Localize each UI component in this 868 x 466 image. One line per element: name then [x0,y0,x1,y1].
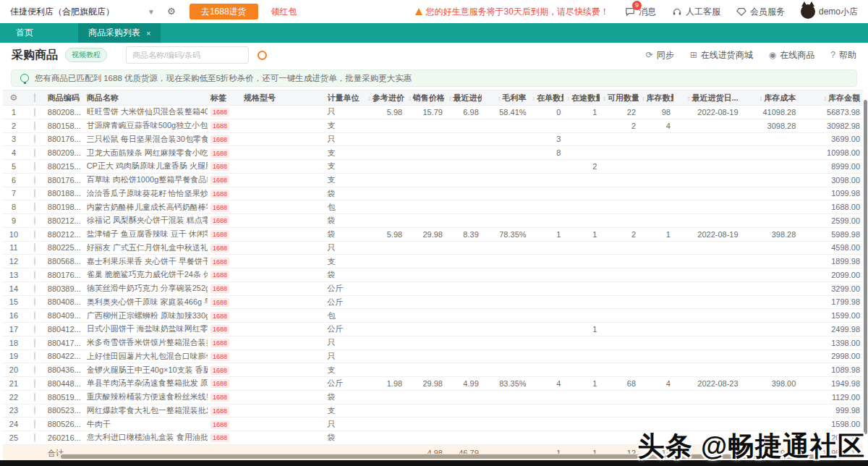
tab-purchase-goods[interactable]: 商品采购列表 × [78,23,161,43]
cell-amt_cost: 3098.28 [741,122,799,130]
select-all-checkbox[interactable] [34,93,35,102]
row-index: 10 [3,230,25,239]
row-checkbox[interactable] [34,420,35,428]
row-checkbox[interactable] [34,297,35,306]
cell-name: 卫龙大面筋辣条 网红麻辣零食小吃食品整箱 批 [84,148,208,158]
row-checkbox-cell [25,230,45,239]
marketplace-1688-badge[interactable]: 1688 [210,271,229,279]
row-checkbox[interactable] [34,311,35,320]
row-checkbox[interactable] [34,135,35,143]
marketplace-1688-badge[interactable]: 1688 [210,162,229,171]
marketplace-1688-badge[interactable]: 1688 [210,190,229,198]
red-packet-link[interactable]: 领红包 [271,6,297,18]
marketplace-1688-badge[interactable]: 1688 [210,352,229,361]
message-count-badge: 9 [632,1,642,10]
row-checkbox[interactable] [34,148,35,157]
row-checkbox[interactable] [34,189,35,198]
row-checkbox[interactable] [34,284,35,293]
column-header-amt_cost[interactable]: ↕库存成本 [741,93,799,103]
table-body: 1880208...旺旺雪饼 大米饼仙贝混合装整箱400g 休闲零食1688只5… [3,106,863,445]
row-checkbox[interactable] [34,393,35,402]
marketplace-1688-badge[interactable]: 1688 [210,407,229,415]
marketplace-1688-badge[interactable]: 1688 [210,433,229,442]
row-checkbox[interactable] [34,230,35,239]
row-checkbox[interactable] [34,257,35,266]
column-header-q_order[interactable]: ↕在单数量 [529,93,564,103]
row-checkbox[interactable] [34,406,35,415]
column-header-q_stock[interactable]: ↕库存数量 [639,93,673,103]
marketplace-1688-badge[interactable]: 1688 [210,149,229,158]
column-header-p_last[interactable]: ↕最近进价 [446,93,482,103]
marketplace-1688-badge[interactable]: 1688 [210,135,229,144]
column-settings-gear-icon[interactable]: ⚙ [6,93,22,103]
marketplace-1688-badge[interactable]: 1688 [210,393,229,402]
messages-button[interactable]: 9 消息 [625,6,656,18]
row-checkbox[interactable] [34,122,35,130]
row-checkbox[interactable] [34,365,35,374]
vip-service-button[interactable]: 会员服务 [736,6,785,18]
cell-amt_total: 1799.98 [799,297,863,306]
row-checkbox[interactable] [34,108,35,116]
column-label: 库存金额 [828,93,860,102]
row-index: 4 [3,148,25,157]
marketplace-1688-badge[interactable]: 1688 [210,339,229,347]
marketplace-1688-badge[interactable]: 1688 [210,230,229,239]
marketplace-1688-badge[interactable]: 1688 [210,366,229,375]
cell-amt_total: 1949.98 [799,379,863,388]
user-menu[interactable]: demo小店 [801,4,858,19]
row-checkbox[interactable] [34,339,35,347]
settings-gear-icon[interactable]: ⚙ [165,5,178,18]
row-checkbox[interactable] [34,379,35,388]
column-header-q_avail[interactable]: ↕可用数量 [600,93,639,103]
column-header-p_ref[interactable]: ↕参考进价 [365,93,405,103]
marketplace-1688-badge[interactable]: 1688 [210,379,229,388]
column-header-last_date[interactable]: ↕最近进货日... [673,93,741,103]
toolbar-sync-button[interactable]: ⟳同步 [646,49,674,62]
column-header-amt_total[interactable]: ↕库存金额 [799,93,863,103]
vertical-scrollbar-thumb[interactable] [864,100,867,434]
tab-home[interactable]: 首页 [0,23,49,43]
marketplace-1688-badge[interactable]: 1688 [210,203,229,212]
account-switcher[interactable]: 佳捷便利店（合肥旗舰店） ▼ [10,6,155,18]
marketplace-1688-badge[interactable]: 1688 [210,298,229,307]
toolbar-help-button[interactable]: ?帮助 [830,49,856,62]
marketplace-1688-badge[interactable]: 1688 [210,176,229,185]
marketplace-1688-badge[interactable]: 1688 [210,108,229,116]
row-checkbox[interactable] [34,433,35,442]
cell-code: 880198... [45,203,84,211]
cell-q_transit: 1 [563,108,600,116]
column-header-p_sale[interactable]: ↕销售价格 [405,93,446,103]
row-checkbox[interactable] [34,325,35,334]
row-checkbox[interactable] [34,203,35,211]
column-header-cb [25,93,45,102]
cell-p_last: 4.99 [446,379,482,388]
marketplace-1688-badge[interactable]: 1688 [210,122,229,130]
marketplace-1688-badge[interactable]: 1688 [210,284,229,293]
column-label: 可用数量 [608,93,639,102]
column-header-q_transit[interactable]: ↕在途数量 [563,93,600,103]
marketplace-1688-badge[interactable]: 1688 [210,420,229,429]
toolbar-online-goods-button[interactable]: ◉在线商品 [769,49,814,62]
customer-service-button[interactable]: 人工客服 [672,6,720,18]
close-icon[interactable]: × [146,29,150,38]
row-checkbox[interactable] [34,162,35,171]
row-checkbox[interactable] [34,243,35,252]
row-checkbox[interactable] [34,216,35,225]
column-header-margin[interactable]: ↕毛利率 [482,93,529,103]
marketplace-1688-badge[interactable]: 1688 [210,216,229,225]
row-checkbox[interactable] [34,271,35,279]
marketplace-1688-badge[interactable]: 1688 [210,312,229,321]
row-index: 9 [3,216,25,225]
row-checkbox[interactable] [34,176,35,185]
table-row: 20880436...金锣火腿肠王中王40g×10支装 香肠零食批发1688支1… [3,363,863,377]
search-input[interactable] [126,46,249,64]
marketplace-1688-badge[interactable]: 1688 [210,258,229,266]
row-checkbox-cell [25,271,45,279]
row-checkbox[interactable] [34,352,35,360]
marketplace-1688-badge[interactable]: 1688 [210,244,229,253]
tutorial-pill[interactable]: 视频教程 [65,48,107,62]
go-purchase-button[interactable]: 去1688进货 [190,4,258,20]
voice-search-icon[interactable] [258,51,267,60]
toolbar-mall-button[interactable]: ⊞在线进货商城 [690,49,753,62]
marketplace-1688-badge[interactable]: 1688 [210,325,229,334]
